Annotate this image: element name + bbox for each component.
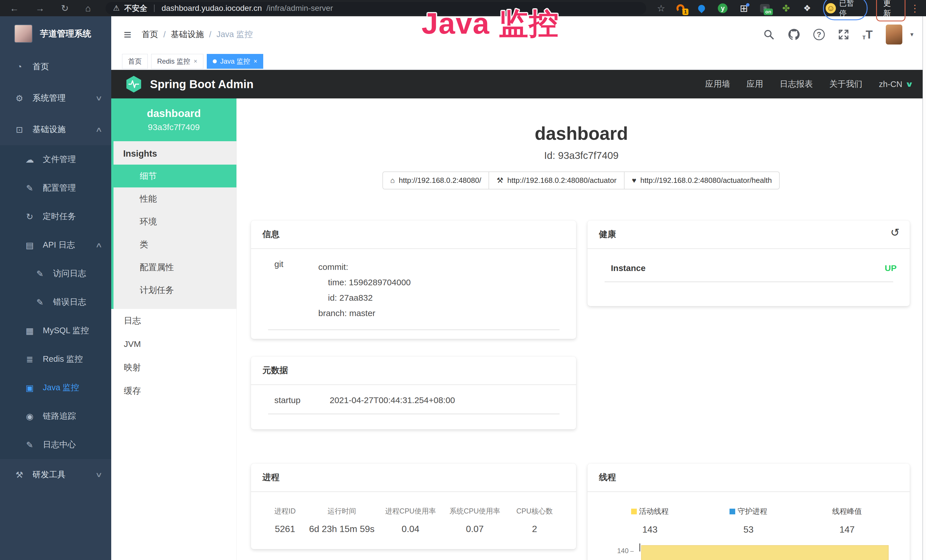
sidebar-item-file-management[interactable]: ☁ 文件管理 (0, 145, 111, 174)
sba-item-config-props[interactable]: 配置属性 (113, 256, 236, 279)
process-col-uptime: 运行时间 6d 23h 15m 59s (306, 506, 378, 534)
breadcrumb-home[interactable]: 首页 (142, 29, 158, 40)
app-logo-avatar (14, 24, 33, 43)
history-icon[interactable]: ↺ (890, 226, 899, 239)
sba-item-details[interactable]: 细节 (111, 165, 236, 188)
sidebar-item-home[interactable]: ◔ 首页 (0, 51, 111, 82)
y-extension-icon[interactable]: y (717, 3, 728, 14)
address-bar[interactable]: ⚠ 不安全 dashboard.yudao.iocoder.cn/infra/a… (106, 2, 646, 15)
cloud-icon: ☁ (23, 154, 36, 165)
fullscreen-icon[interactable] (838, 29, 849, 40)
chevron-up-icon: ∧ (95, 126, 103, 133)
service-url-link[interactable]: ⌂ http://192.168.0.2:48080/ (383, 171, 489, 189)
sidebar-item-error-logs[interactable]: ✎ 错误日志 (0, 288, 111, 316)
sba-instance-header[interactable]: dashboard 93a3fc7f7409 (111, 98, 236, 141)
sba-nav-journal[interactable]: 日志报表 (780, 79, 813, 90)
chevron-down-icon: ∨ (95, 94, 103, 102)
app-logo-row[interactable]: 芋道管理系统 (0, 16, 111, 51)
not-secure-warning-icon[interactable]: ⚠ (113, 4, 120, 12)
sba-locale-select[interactable]: zh-CN ∨ (879, 80, 912, 89)
sidebar-item-mysql-monitor[interactable]: ▦ MySQL 监控 (0, 316, 111, 345)
health-instance-label: Instance (611, 263, 646, 273)
help-icon[interactable]: ? (813, 29, 825, 40)
chevron-up-icon: ∧ (95, 241, 103, 249)
user-avatar[interactable] (886, 24, 902, 44)
sidebar-item-dev-tools[interactable]: ⚒ 研发工具 ∨ (0, 459, 111, 490)
map-pin-extension-icon[interactable] (696, 3, 707, 14)
sba-item-logs[interactable]: 日志 (111, 309, 236, 332)
sidebar-item-label: 系统管理 (33, 92, 66, 104)
sba-nav-applications[interactable]: 应用 (747, 79, 763, 90)
sidebar-item-trace[interactable]: ◉ 链路追踪 (0, 402, 111, 430)
avatar-caret-down-icon[interactable]: ▾ (910, 31, 914, 38)
breadcrumb-infrastructure[interactable]: 基础设施 (171, 29, 204, 40)
home-icon[interactable]: ⌂ (85, 4, 91, 13)
sba-nav-about[interactable]: 关于我们 (829, 79, 862, 90)
sidebar-item-api-logs[interactable]: ▤ API 日志 ∧ (0, 231, 111, 259)
sidebar-item-system-management[interactable]: ⚙ 系统管理 ∨ (0, 82, 111, 114)
tab-home[interactable]: 首页 (122, 54, 148, 69)
grid-extension-icon[interactable]: ⊞ (738, 3, 749, 14)
sba-item-mappings[interactable]: 映射 (111, 356, 236, 379)
service-url: http://192.168.0.2:48080/ (399, 176, 481, 185)
sba-body: dashboard 93a3fc7f7409 Insights 细节 性能 环境… (111, 98, 926, 560)
sidebar-item-label: Redis 监控 (43, 353, 83, 365)
sba-item-caches[interactable]: 缓存 (111, 379, 236, 403)
breadcrumb-separator: / (163, 30, 166, 39)
browser-profile-chip[interactable]: ☺ 已暂停 (823, 0, 867, 20)
url-path: /infra/admin-server (266, 4, 333, 13)
sba-item-classes[interactable]: 类 (113, 233, 236, 256)
sidebar-item-access-logs[interactable]: ✎ 访问日志 (0, 259, 111, 288)
infrastructure-submenu: ☁ 文件管理 ✎ 配置管理 ↻ 定时任务 ▤ API 日志 ∧ ✎ 访问日志 ✎ (0, 145, 111, 459)
tab-java-monitor[interactable]: Java 监控 × (207, 54, 263, 69)
page-instance-id: Id: 93a3fc7f7409 (237, 150, 926, 161)
dashboard-gauge-icon: ◔ (12, 62, 26, 72)
bookmark-star-icon[interactable]: ☆ (657, 3, 665, 14)
sba-item-metrics[interactable]: 性能 (113, 188, 236, 210)
leaf-extension-icon[interactable]: ✤ (780, 3, 792, 14)
tab-redis-monitor[interactable]: Redis 监控 × (151, 54, 203, 69)
sidebar-item-infrastructure[interactable]: ⊡ 基础设施 ∧ (0, 114, 111, 145)
main-sidebar: 芋道管理系统 ◔ 首页 ⚙ 系统管理 ∨ ⊡ 基础设施 ∧ ☁ 文件管理 ✎ 配… (0, 16, 111, 560)
actuator-url-link[interactable]: ⚒ http://192.168.0.2:48080/actuator (489, 171, 624, 189)
hamburger-icon[interactable]: ≡ (124, 27, 132, 42)
orange-extension-icon[interactable]: 1 (675, 3, 686, 14)
browser-update-button[interactable]: 更新 (876, 0, 905, 21)
log-icon: ✎ (23, 440, 36, 450)
sidebar-item-label: 基础设施 (33, 124, 66, 135)
sba-item-environment[interactable]: 环境 (113, 210, 236, 233)
health-status-badge: UP (885, 263, 897, 273)
health-url-link[interactable]: ♥ http://192.168.0.2:48080/actuator/heal… (624, 171, 780, 189)
close-icon[interactable]: × (254, 58, 257, 65)
sidebar-item-java-monitor[interactable]: ▣ Java 监控 (0, 374, 111, 402)
sba-brand-title[interactable]: Spring Boot Admin (150, 78, 254, 91)
browser-menu-kebab-icon[interactable]: ⋮ (910, 3, 920, 14)
tab-label: 首页 (128, 57, 142, 66)
font-size-icon[interactable]: тT (862, 28, 873, 41)
back-icon[interactable]: ← (10, 4, 19, 13)
forward-icon[interactable]: → (35, 4, 44, 13)
card-title: 线程 (587, 463, 910, 492)
sba-nav-applications-wall[interactable]: 应用墙 (705, 79, 730, 90)
close-icon[interactable]: × (194, 58, 197, 65)
sidebar-item-label: 日志中心 (43, 439, 76, 451)
sidebar-item-scheduled-tasks[interactable]: ↻ 定时任务 (0, 202, 111, 231)
sba-item-jvm[interactable]: JVM (111, 332, 236, 356)
sba-logo-icon[interactable] (125, 75, 142, 93)
sidebar-item-config-management[interactable]: ✎ 配置管理 (0, 174, 111, 202)
sba-item-scheduled-tasks[interactable]: 计划任务 (113, 279, 236, 301)
github-icon[interactable] (788, 28, 800, 41)
reload-icon[interactable]: ↻ (61, 4, 69, 13)
git-line-id: id: 27aa832 (318, 290, 411, 306)
search-icon[interactable] (763, 29, 775, 40)
dark-extension-icon[interactable]: ≡ on (759, 3, 770, 14)
sidebar-item-label: 定时任务 (43, 211, 76, 222)
process-card-body: 进程ID 5261 运行时间 6d 23h 15m 59s 进程CPU使用率 0… (251, 492, 576, 534)
puzzle-extensions-icon[interactable]: ❖ (801, 3, 813, 14)
sidebar-item-label: MySQL 监控 (43, 325, 89, 336)
sidebar-item-redis-monitor[interactable]: ≣ Redis 监控 (0, 345, 111, 374)
chevron-down-icon: ∨ (95, 471, 103, 479)
page-scrollbar[interactable] (923, 16, 926, 560)
sidebar-item-log-center[interactable]: ✎ 日志中心 (0, 430, 111, 459)
security-label[interactable]: 不安全 (124, 3, 147, 14)
